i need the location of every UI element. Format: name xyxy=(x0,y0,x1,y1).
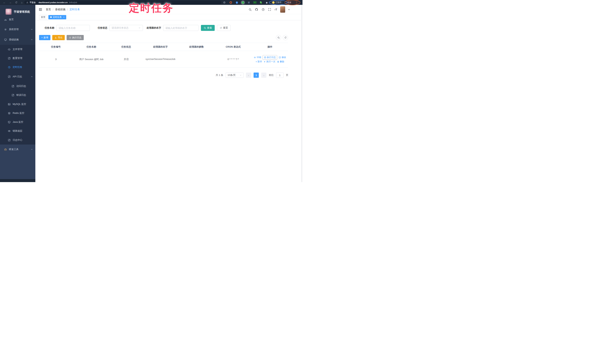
next-page-button[interactable]: › xyxy=(261,73,266,78)
job-log-link[interactable]: 执行日志 xyxy=(263,55,277,60)
sidebar-item-file-management[interactable]: 文件管理 xyxy=(0,45,35,54)
pagination: 共 1 条 10条/页 ‹ 1 › 前往 页 xyxy=(35,73,288,78)
detail-link[interactable]: 详细 xyxy=(254,56,261,59)
jobs-table: 任务编号 任务名称 任务状态 处理器的名字 处理器的参数 CRON 表达式 操作… xyxy=(39,43,288,68)
proxy-on-extension-icon[interactable]: on xyxy=(253,0,257,5)
eye-icon xyxy=(8,130,11,132)
edit-link[interactable]: 修改 xyxy=(279,56,286,59)
total-count: 共 1 条 xyxy=(216,74,223,77)
address-bar[interactable]: ⚠ 不安全 dashboard.yudao.iocoder.cn/infra/j… xyxy=(24,0,221,4)
show-search-button[interactable] xyxy=(276,35,281,40)
browser-toolbar: ← → ⌂ ⚠ 不安全 dashboard.yudao.iocoder.cn/i… xyxy=(0,0,302,5)
log-icon xyxy=(12,85,14,88)
refresh-button[interactable] xyxy=(283,35,288,40)
sidebar-item-home[interactable]: 首页 xyxy=(0,15,35,24)
cell-job-name: 用户 Session 超时 Job xyxy=(73,51,110,68)
orange-extension-icon[interactable] xyxy=(229,0,232,5)
url-path: /infra/job xyxy=(69,1,77,3)
grid-extension-icon[interactable] xyxy=(247,0,250,5)
sidebar-item-java-monitor[interactable]: Java 监控 xyxy=(0,117,35,127)
list-icon xyxy=(69,37,71,39)
delete-link[interactable]: 删除 xyxy=(277,60,284,63)
job-name-input[interactable] xyxy=(56,25,90,31)
page-size-select[interactable]: 10条/页 xyxy=(226,73,244,78)
address-divider xyxy=(37,1,37,3)
browser-scrollbar[interactable] xyxy=(301,5,302,182)
leaf-extension-icon[interactable] xyxy=(259,0,262,5)
green-check-extension-icon[interactable]: ✓ xyxy=(241,0,244,5)
url-domain[interactable]: dashboard.yudao.iocoder.cn xyxy=(39,1,68,3)
github-icon[interactable] xyxy=(255,8,258,11)
execution-log-button[interactable]: 执行日志 xyxy=(66,35,84,40)
close-icon[interactable]: × xyxy=(63,16,64,18)
prev-page-button[interactable]: ‹ xyxy=(246,73,251,78)
browser-home-icon[interactable]: ⌂ xyxy=(20,0,24,5)
page-unit-label: 页 xyxy=(286,74,288,77)
user-avatar[interactable] xyxy=(280,6,285,13)
sidebar-item-redis-monitor[interactable]: Redis 监控 xyxy=(0,109,35,117)
browser-update-area: 更新 ⋮ xyxy=(286,0,299,4)
tag-scheduled-tasks[interactable]: 定时任务 × xyxy=(48,15,66,19)
trash-icon xyxy=(277,61,279,63)
col-job-id: 任务编号 xyxy=(39,43,73,51)
browser-reload-icon[interactable] xyxy=(14,0,18,5)
fullscreen-icon[interactable] xyxy=(268,8,271,11)
handler-name-input[interactable] xyxy=(163,25,198,31)
toolbox-icon xyxy=(4,148,7,151)
browser-back-icon[interactable]: ← xyxy=(2,0,6,5)
sidebar-item-error-logs[interactable]: 错误日志 xyxy=(0,91,35,100)
blue-extension-icon[interactable] xyxy=(235,0,238,5)
sidebar-item-infrastructure[interactable]: 基础设施 xyxy=(0,35,35,44)
chevron-down-icon xyxy=(240,74,242,76)
sidebar-item-log-center[interactable]: 日志中心 xyxy=(0,136,35,144)
security-label[interactable]: 不安全 xyxy=(30,1,36,4)
layers-icon xyxy=(8,112,11,115)
sidebar-item-system-management[interactable]: 系统管理 xyxy=(0,25,35,34)
col-job-name: 任务名称 xyxy=(73,43,110,51)
sidebar-item-dev-tools[interactable]: 研发工具 xyxy=(0,145,35,154)
tag-home[interactable]: 首页 xyxy=(39,15,47,19)
infra-monitor-icon xyxy=(4,38,7,41)
run-once-link[interactable]: 执行一次 xyxy=(264,60,275,63)
update-button[interactable]: 更新 xyxy=(287,1,291,4)
handler-name-label: 处理器的名字 xyxy=(147,26,161,30)
browser-forward-icon[interactable]: → xyxy=(8,0,12,5)
search-button[interactable]: 搜索 xyxy=(201,25,215,31)
sidebar-item-scheduled-tasks[interactable]: 定时任务 xyxy=(0,63,35,72)
export-button[interactable]: 导出 xyxy=(52,35,65,40)
sidebar-item-mysql-monitor[interactable]: MySQL 监控 xyxy=(0,100,35,109)
browser-menu-icon[interactable]: ⋮ xyxy=(295,1,298,4)
sidebar-item-config-management[interactable]: 配置管理 xyxy=(0,54,35,63)
add-button[interactable]: + 新增 xyxy=(39,35,51,40)
cell-handler-name: sysUserSessionTimeoutJob xyxy=(142,51,178,68)
search-icon[interactable] xyxy=(248,8,252,11)
page-1-button[interactable]: 1 xyxy=(254,73,259,78)
help-icon[interactable] xyxy=(261,8,265,11)
sidebar-item-api-logs[interactable]: API 日志 xyxy=(0,72,35,81)
goto-page-input[interactable] xyxy=(276,73,284,78)
dashboard-icon xyxy=(4,18,7,21)
extensions-puzzle-icon[interactable] xyxy=(265,0,268,5)
paused-extension-pill[interactable]: 已暂停 xyxy=(271,0,283,4)
screen: ← → ⌂ ⚠ 不安全 dashboard.yudao.iocoder.cn/i… xyxy=(0,0,302,182)
font-size-icon[interactable]: TT xyxy=(274,8,277,11)
sidebar-item-access-logs[interactable]: 访问日志 xyxy=(0,82,35,91)
table-toolbar: + 新增 导出 执行日志 xyxy=(39,35,288,40)
sidebar-item-trace[interactable]: 链路追踪 xyxy=(0,127,35,135)
reset-button[interactable]: 重置 xyxy=(217,25,231,31)
col-cron: CRON 表达式 xyxy=(214,43,252,51)
cell-actions: 详细 执行日志 修改 xyxy=(252,51,288,68)
breadcrumb-infrastructure[interactable]: 基础设施 xyxy=(55,8,66,11)
chevron-down-icon xyxy=(138,27,141,29)
pause-link[interactable]: × 暂停 xyxy=(256,60,262,63)
breadcrumb-home[interactable]: 首页 xyxy=(46,8,51,11)
job-status-label: 任务状态 xyxy=(98,26,107,30)
bookmark-star-icon[interactable] xyxy=(223,0,226,5)
user-menu-caret-icon[interactable]: ▾ xyxy=(288,8,289,11)
log-icon xyxy=(12,94,14,97)
gear-icon xyxy=(4,28,7,31)
cloud-upload-icon xyxy=(8,48,11,51)
sidebar-collapse-icon[interactable] xyxy=(38,7,42,12)
job-status-select[interactable]: 请选择任务状态 xyxy=(109,25,143,31)
toolbar-right xyxy=(276,35,288,40)
